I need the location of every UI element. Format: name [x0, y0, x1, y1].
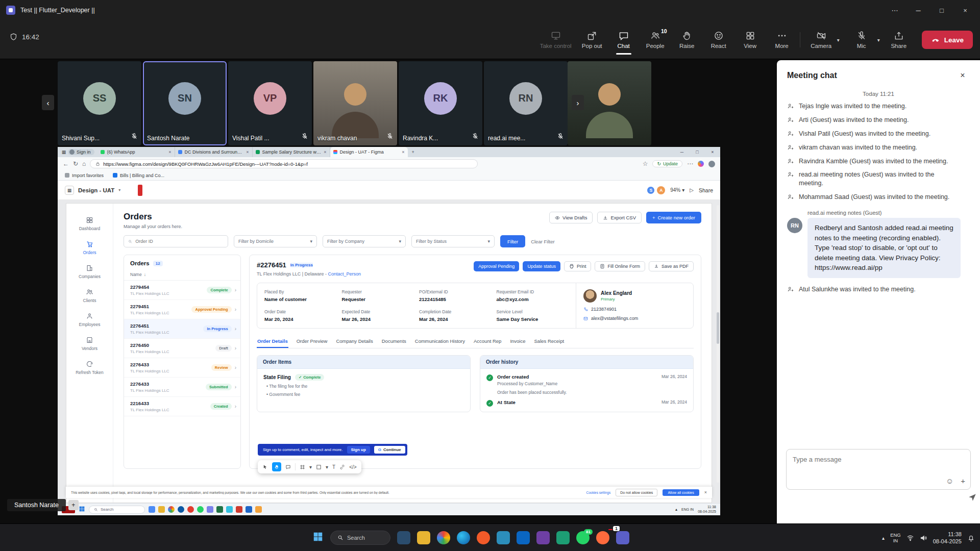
filter-status-dropdown[interactable]: Filter by Status ▾ — [411, 235, 495, 247]
taskbar-app-icon[interactable] — [168, 506, 175, 513]
taskbar-app-icon[interactable] — [207, 506, 213, 513]
zoom-control[interactable]: 94% ▾ — [670, 187, 684, 193]
browser-minimize-icon[interactable]: ─ — [674, 149, 690, 155]
code-tool-icon[interactable]: </> — [349, 464, 356, 470]
presenter-pin-icon[interactable]: + — [68, 500, 79, 510]
participant-tile[interactable]: SS Shivani Sup... — [58, 61, 141, 145]
figma-menu-icon[interactable]: ▦ — [65, 186, 74, 195]
frame-tool-icon[interactable] — [300, 464, 305, 470]
create-new-order-button[interactable]: + Create new order — [646, 212, 701, 223]
tab-order-details[interactable]: Order Details — [257, 335, 288, 348]
share-button[interactable]: Share — [883, 24, 915, 56]
take-control-button[interactable]: Take control — [535, 24, 576, 56]
order-row[interactable]: 2279451TL Flex Holdings LLC Approval Pen… — [124, 300, 240, 319]
participant-tile[interactable]: vikram chavan — [313, 61, 397, 145]
more-button[interactable]: More — [766, 24, 798, 56]
window-minimize-icon[interactable]: ─ — [906, 0, 930, 20]
participant-tile[interactable]: RN read.ai mee... — [484, 61, 568, 145]
tab-close-icon[interactable]: × — [324, 149, 326, 155]
sort-icon[interactable]: ↓ — [144, 272, 146, 277]
taskbar-app-icon[interactable] — [226, 506, 233, 513]
save-as-pdf-button[interactable]: Save as PDF — [649, 261, 694, 271]
taskbar-app-icon[interactable] — [236, 506, 242, 513]
taskbar-whatsapp-icon[interactable]: 81 — [576, 531, 590, 544]
shared-language-indicator[interactable]: ENG IN — [681, 508, 694, 511]
canvas-scrollbar[interactable] — [717, 205, 719, 483]
cookie-close-icon[interactable]: × — [704, 490, 707, 495]
mic-button[interactable]: Mic — [846, 24, 877, 56]
filter-button[interactable]: Filter — [500, 235, 525, 247]
attach-plus-icon[interactable]: + — [961, 477, 965, 485]
browser-tab-salary-sheet[interactable]: Sample Salary Structure with calc × — [253, 147, 330, 157]
tool-chevron-icon[interactable]: ▾ — [309, 464, 312, 470]
browser-close-icon[interactable]: × — [705, 149, 720, 155]
export-csv-button[interactable]: Export CSV — [597, 212, 642, 223]
window-maximize-icon[interactable]: □ — [930, 0, 953, 20]
hand-tool-icon-active[interactable] — [272, 462, 281, 471]
taskbar-search-box[interactable]: Search — [330, 531, 390, 545]
strip-scroll-right-button[interactable]: › — [572, 95, 584, 110]
taskbar-app-icon[interactable] — [536, 531, 550, 544]
order-row[interactable]: 2216433TL Flex Holdings LLC Created › — [124, 397, 240, 416]
taskbar-app-icon[interactable] — [197, 506, 204, 513]
sidebar-item-refresh-token[interactable]: Refresh Token — [66, 356, 113, 380]
taskbar-teams-icon[interactable]: 1 — [616, 531, 629, 544]
favorite-star-icon[interactable]: ☆ — [643, 160, 648, 167]
shared-search-box[interactable]: Search — [89, 506, 145, 514]
browser-maximize-icon[interactable]: □ — [690, 149, 705, 155]
tray-chevron-icon[interactable]: ▴ — [675, 507, 677, 512]
text-tool-icon[interactable]: T — [332, 464, 335, 470]
back-icon[interactable]: ← — [63, 160, 69, 167]
taskbar-app-icon[interactable] — [517, 531, 530, 544]
google-continue-button[interactable]: G Continue — [374, 446, 405, 454]
tab-sales-receipt[interactable]: Sales Receipt — [534, 335, 565, 348]
tab-close-icon[interactable]: × — [246, 149, 249, 155]
refresh-icon[interactable]: ↻ — [73, 160, 78, 167]
order-row[interactable]: 2276433TL Flex Holdings LLC Review › — [124, 358, 240, 378]
mic-options-chevron-icon[interactable]: ▾ — [877, 37, 883, 50]
taskbar-app-icon[interactable] — [255, 506, 262, 513]
update-status-button[interactable]: Update status — [523, 261, 560, 271]
notification-bell-icon[interactable] — [967, 534, 975, 542]
taskbar-vscode-icon[interactable] — [497, 531, 510, 544]
filter-domicile-dropdown[interactable]: Filter by Domicile ▾ — [234, 235, 317, 247]
taskbar-clock[interactable]: 11:38 08-04-2025 — [933, 531, 962, 545]
taskbar-app-icon[interactable] — [158, 506, 165, 513]
browser-menu-icon[interactable]: ⋯ — [687, 160, 693, 167]
view-button[interactable]: View — [734, 24, 766, 56]
tab-invoice[interactable]: Invoice — [509, 335, 526, 348]
contact-phone[interactable]: 2123874901 — [583, 307, 686, 312]
browser-profile-avatar[interactable] — [708, 161, 715, 167]
raise-button[interactable]: Raise — [671, 24, 703, 56]
deny-cookies-button[interactable]: Do not allow cookies — [616, 489, 657, 496]
home-icon[interactable]: ⌂ — [82, 160, 86, 167]
order-row[interactable]: 2279454TL Flex Holdings LLC Complete › — [124, 281, 240, 300]
allow-cookies-button[interactable]: Allow all cookies — [663, 489, 699, 496]
url-field[interactable]: https://www.figma.com/design/9BKQ0FOHRWa… — [90, 159, 478, 168]
taskbar-folder-icon[interactable] — [417, 531, 430, 544]
chat-close-icon[interactable]: × — [955, 68, 970, 83]
browser-tab-whatsapp[interactable]: (6) WhatsApp × — [97, 147, 175, 157]
sidebar-item-employees[interactable]: Employees — [66, 308, 113, 332]
tab-company-details[interactable]: Company Details — [335, 335, 373, 348]
participant-tile-active-speaker[interactable]: SN Santosh Narate — [143, 61, 227, 145]
print-button[interactable]: Print — [564, 261, 592, 271]
sidebar-item-orders[interactable]: Orders — [66, 236, 113, 260]
filter-company-dropdown[interactable]: Filter by Company ▾ — [323, 235, 406, 247]
taskbar-app-icon[interactable] — [187, 506, 194, 513]
taskbar-edge-icon[interactable] — [457, 531, 470, 544]
taskbar-app-icon[interactable] — [178, 506, 184, 513]
tab-documents[interactable]: Documents — [381, 335, 407, 348]
tab-close-icon[interactable]: × — [402, 149, 404, 155]
clear-filter-link[interactable]: Clear Filter — [531, 239, 554, 244]
participant-tile[interactable]: RK Ravindra K... — [399, 61, 482, 145]
import-favorites-link[interactable]: Import favorites — [65, 173, 104, 178]
vertical-tabs-icon[interactable]: ▦ — [60, 149, 68, 155]
browser-update-button[interactable]: ↻ Update — [652, 160, 682, 167]
chat-button[interactable]: Chat — [608, 24, 640, 56]
order-row[interactable]: 2276450TL Flex Holdings LLC Draft › — [124, 339, 240, 358]
shared-clock[interactable]: 11:38 08-04-2025 — [698, 505, 716, 514]
window-close-icon[interactable]: × — [953, 0, 977, 20]
comment-tool-icon[interactable] — [285, 464, 291, 470]
shared-start-icon[interactable] — [79, 505, 85, 514]
